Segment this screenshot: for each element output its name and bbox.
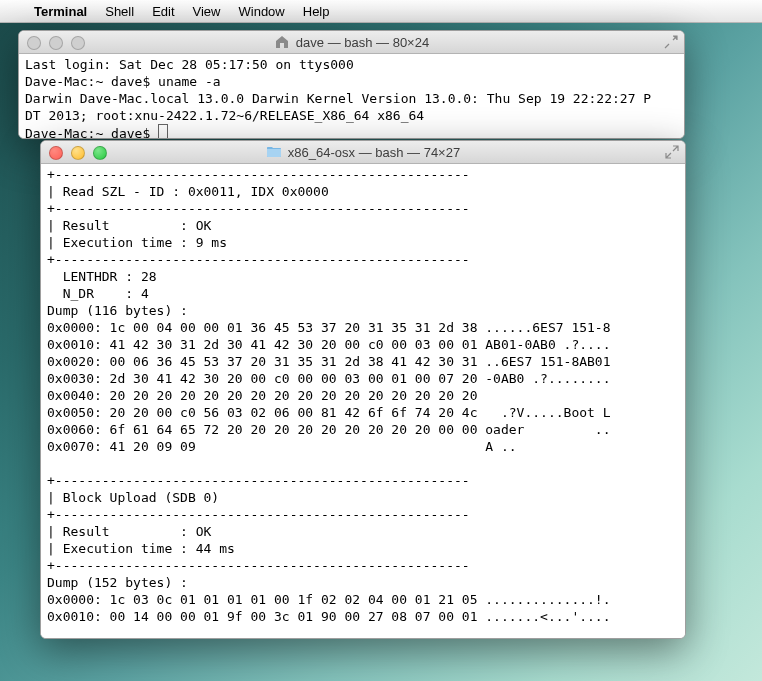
term-line: | Block Upload (SDB 0): [47, 490, 219, 505]
term-line: 0x0010: 00 14 00 00 01 9f 00 3c 01 90 00…: [47, 609, 611, 624]
menu-help[interactable]: Help: [303, 4, 330, 19]
term-line: +---------------------------------------…: [47, 507, 470, 522]
titlebar[interactable]: dave — bash — 80×24: [19, 31, 684, 54]
term-line: 0x0000: 1c 00 04 00 00 01 36 45 53 37 20…: [47, 320, 611, 335]
minimize-button[interactable]: [71, 146, 85, 160]
term-line: 0x0050: 20 20 00 c0 56 03 02 06 00 81 42…: [47, 405, 611, 420]
home-icon: [274, 34, 290, 50]
term-line: Darwin Dave-Mac.local 13.0.0 Darwin Kern…: [25, 91, 651, 106]
term-line: Last login: Sat Dec 28 05:17:50 on ttys0…: [25, 57, 354, 72]
fullscreen-icon[interactable]: [665, 145, 679, 159]
term-line: 0x0020: 00 06 36 45 53 37 20 31 35 31 2d…: [47, 354, 611, 369]
terminal-output[interactable]: +---------------------------------------…: [41, 164, 685, 638]
term-line: 0x0070: 41 20 09 09 A ..: [47, 439, 517, 454]
term-line: LENTHDR : 28: [47, 269, 157, 284]
cursor: [158, 124, 168, 139]
menu-view[interactable]: View: [193, 4, 221, 19]
term-line: 0x0040: 20 20 20 20 20 20 20 20 20 20 20…: [47, 388, 477, 403]
menu-window[interactable]: Window: [239, 4, 285, 19]
term-line: +---------------------------------------…: [47, 473, 470, 488]
term-line: | Read SZL - ID : 0x0011, IDX 0x0000: [47, 184, 329, 199]
term-line: | Execution time : 9 ms: [47, 235, 227, 250]
window-title: dave — bash — 80×24: [296, 35, 429, 50]
traffic-lights: [49, 146, 107, 160]
window-title: x86_64-osx — bash — 74×27: [288, 145, 460, 160]
traffic-lights: [27, 36, 85, 50]
term-line: +---------------------------------------…: [47, 558, 470, 573]
menu-edit[interactable]: Edit: [152, 4, 174, 19]
term-line: +---------------------------------------…: [47, 201, 470, 216]
titlebar[interactable]: x86_64-osx — bash — 74×27: [41, 141, 685, 164]
term-line: 0x0030: 2d 30 41 42 30 20 00 c0 00 00 03…: [47, 371, 611, 386]
menu-shell[interactable]: Shell: [105, 4, 134, 19]
term-line: 0x0010: 41 42 30 31 2d 30 41 42 30 20 00…: [47, 337, 611, 352]
term-line: DT 2013; root:xnu-2422.1.72~6/RELEASE_X8…: [25, 108, 424, 123]
term-line: | Result : OK: [47, 524, 211, 539]
terminal-output[interactable]: Last login: Sat Dec 28 05:17:50 on ttys0…: [19, 54, 684, 138]
term-line: Dave-Mac:~ dave$ uname -a: [25, 74, 221, 89]
terminal-window-background[interactable]: dave — bash — 80×24 Last login: Sat Dec …: [18, 30, 685, 139]
close-button[interactable]: [49, 146, 63, 160]
term-line: +---------------------------------------…: [47, 252, 470, 267]
term-line: | Execution time : 44 ms: [47, 541, 235, 556]
term-line: 0x0060: 6f 61 64 65 72 20 20 20 20 20 20…: [47, 422, 611, 437]
minimize-button[interactable]: [49, 36, 63, 50]
term-line: | Result : OK: [47, 218, 211, 233]
term-line: +---------------------------------------…: [47, 167, 470, 182]
terminal-window-foreground[interactable]: x86_64-osx — bash — 74×27 +-------------…: [40, 140, 686, 639]
close-button[interactable]: [27, 36, 41, 50]
menu-app-name[interactable]: Terminal: [34, 4, 87, 19]
term-line: 0x0000: 1c 03 0c 01 01 01 01 00 1f 02 02…: [47, 592, 611, 607]
folder-icon: [266, 144, 282, 160]
term-line: Dump (116 bytes) :: [47, 303, 188, 318]
term-line: Dump (152 bytes) :: [47, 575, 188, 590]
menu-bar: Terminal Shell Edit View Window Help: [0, 0, 762, 23]
term-line: N_DR : 4: [47, 286, 149, 301]
fullscreen-icon[interactable]: [664, 35, 678, 49]
term-line: Dave-Mac:~ dave$: [25, 126, 158, 139]
zoom-button[interactable]: [71, 36, 85, 50]
zoom-button[interactable]: [93, 146, 107, 160]
